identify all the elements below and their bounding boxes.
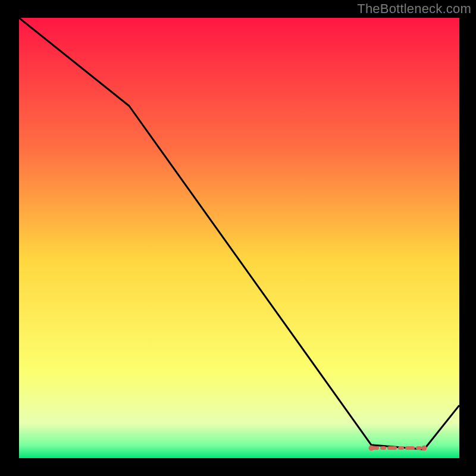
optimal-zone-start-dot (369, 445, 374, 450)
optimal-zone-end-dot (421, 445, 427, 450)
gradient-background (19, 18, 459, 458)
plot-area (19, 18, 459, 458)
chart-svg (19, 18, 459, 458)
attribution-text: TheBottleneck.com (357, 1, 471, 17)
chart-container: TheBottleneck.com (0, 0, 476, 476)
